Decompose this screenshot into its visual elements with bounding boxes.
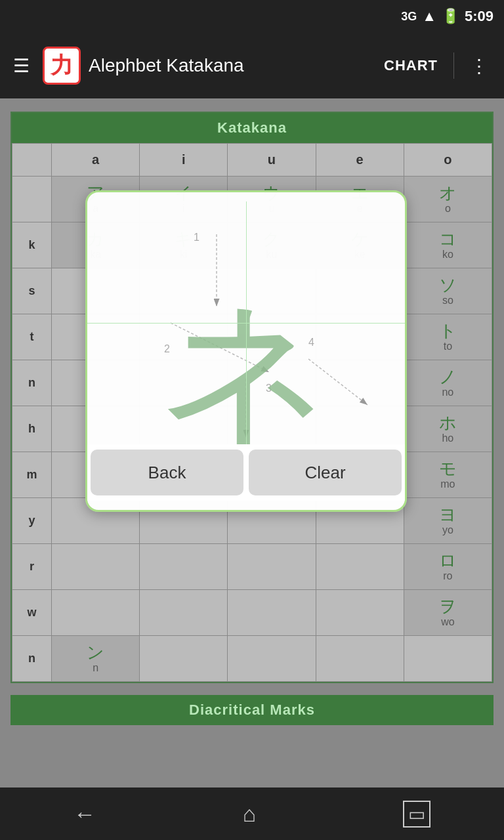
app-bar: ☰ 力 Alephbet Katakana CHART ⋮: [0, 33, 504, 98]
grid-vertical: [246, 201, 247, 444]
cell-yo[interactable]: ヨyo: [404, 498, 492, 544]
cell-ro[interactable]: ロro: [404, 544, 492, 590]
time-display: 5:09: [465, 8, 494, 25]
table-row: w ヲwo: [12, 590, 492, 636]
diacritical-marks-header: Diacritical Marks: [10, 695, 494, 725]
battery-icon: 🔋: [442, 8, 459, 25]
bottom-navigation: ← ⌂ ▭: [0, 788, 504, 840]
stroke-number-1: 1: [194, 232, 200, 243]
table-row: r ロro: [12, 544, 492, 590]
back-button[interactable]: Back: [91, 450, 243, 495]
col-header-u: u: [228, 144, 316, 177]
cell-no[interactable]: ノno: [404, 360, 492, 406]
row-header-h: h: [12, 406, 52, 452]
cell-ko[interactable]: コko: [404, 222, 492, 268]
clear-button[interactable]: Clear: [249, 450, 402, 495]
col-header-a: a: [52, 144, 140, 177]
cell-n3: [228, 636, 316, 682]
row-header-r: r: [12, 544, 52, 590]
home-nav-icon[interactable]: ⌂: [243, 801, 257, 827]
cell-n5: [404, 636, 492, 682]
row-header-m: m: [12, 452, 52, 498]
cell-o[interactable]: オo: [404, 177, 492, 222]
app-title: Alephbet Katakana: [89, 55, 368, 76]
back-nav-icon[interactable]: ←: [74, 801, 96, 827]
row-header-k: k: [12, 222, 52, 268]
cell-ri: [140, 544, 228, 590]
main-content: Katakana a i u e o アa イi ウu: [0, 98, 504, 788]
col-header-e: e: [316, 144, 404, 177]
table-title: Katakana: [12, 113, 492, 143]
cell-wa: [52, 590, 140, 636]
cell-wo[interactable]: ヲwo: [404, 590, 492, 636]
cell-so[interactable]: ソso: [404, 268, 492, 314]
row-header-w: w: [12, 590, 52, 636]
cell-re: [316, 544, 404, 590]
cell-ra: [52, 544, 140, 590]
cell-mo[interactable]: モmo: [404, 452, 492, 498]
menu-icon[interactable]: ☰: [8, 50, 35, 82]
cell-ho[interactable]: ホho: [404, 406, 492, 452]
app-logo: 力: [43, 47, 81, 85]
stroke-canvas: 1 2 3 4 ネ: [85, 201, 407, 444]
row-header-s: s: [12, 268, 52, 314]
cell-to[interactable]: トto: [404, 314, 492, 360]
col-header-o: o: [404, 144, 492, 177]
col-header-empty: [12, 144, 52, 177]
column-header-row: a i u e o: [12, 144, 492, 177]
overlay-buttons: Back Clear: [85, 444, 407, 501]
cell-wu: [228, 590, 316, 636]
chart-button[interactable]: CHART: [376, 52, 446, 79]
cell-n2: [140, 636, 228, 682]
recents-nav-icon[interactable]: ▭: [403, 801, 430, 828]
stroke-order-overlay[interactable]: 1 2 3 4 ネ: [85, 190, 407, 512]
table-row: n ンn: [12, 636, 492, 682]
cell-n[interactable]: ンn: [52, 636, 140, 682]
cell-ru: [228, 544, 316, 590]
cell-we: [316, 590, 404, 636]
row-header-n-final: n: [12, 636, 52, 682]
status-bar: 3G ▲ 🔋 5:09: [0, 0, 504, 33]
row-header-t: t: [12, 314, 52, 360]
divider: [453, 52, 454, 79]
overflow-menu-icon[interactable]: ⋮: [462, 50, 496, 82]
row-header-vowel: [12, 177, 52, 222]
signal-icon: 3G: [401, 10, 417, 24]
col-header-i: i: [140, 144, 228, 177]
row-header-y: y: [12, 498, 52, 544]
signal-bars-icon: ▲: [422, 8, 436, 25]
row-header-n: n: [12, 360, 52, 406]
logo-char: 力: [51, 51, 73, 81]
cell-n4: [316, 636, 404, 682]
cell-wi: [140, 590, 228, 636]
